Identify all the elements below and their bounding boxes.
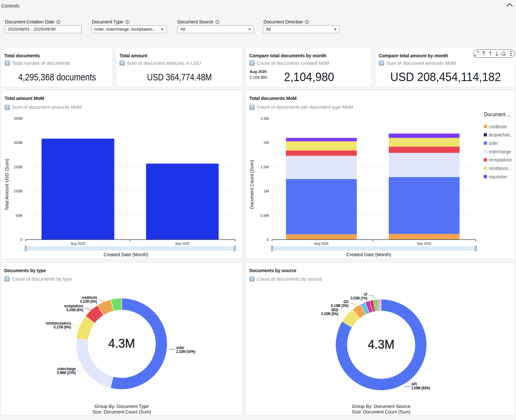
svg-text:Size: Document Count (Sum): Size: Document Count (Sum) [92,409,151,414]
svg-text:requisition: requisition [489,174,507,179]
svg-text:0.14M (3%): 0.14M (3%) [331,303,349,308]
svg-text:Document Count (Sum): Document Count (Sum) [249,160,254,209]
svg-text:Group By: Document Source: Group By: Document Source [352,403,411,409]
svg-text:0.5M: 0.5M [260,214,269,217]
svg-text:receiptadvice: receiptadvice [489,157,512,162]
svg-text:4.3M: 4.3M [108,336,135,350]
svg-text:2.32M (54%): 2.32M (54%) [176,349,196,354]
svg-text:2,104,980: 2,104,980 [250,75,267,80]
svg-text:0.24M (6%): 0.24M (6%) [67,308,84,312]
svg-text:despatchad...: despatchad... [489,132,513,137]
svg-text:USD 208,454,114,182: USD 208,454,114,182 [390,70,501,84]
svg-text:0.24M (5%): 0.24M (5%) [321,312,338,316]
svg-text:Sep 2025: Sep 2025 [417,242,431,245]
svg-text:3.59M (84%): 3.59M (84%) [411,386,430,390]
svg-text:Aug 2025: Aug 2025 [314,242,329,245]
svg-text:1.5M: 1.5M [260,165,269,169]
svg-text:Size: Document Count (Sum): Size: Document Count (Sum) [352,409,411,414]
svg-text:remittance...: remittance... [489,166,511,171]
svg-text:1M: 1M [264,189,269,193]
svg-text:Group By: Document Type: Group By: Document Type [95,403,149,409]
svg-text:Aug 2025: Aug 2025 [250,70,267,74]
svg-text:Aug 2025: Aug 2025 [71,242,85,245]
svg-text:creditnote: creditnote [489,124,507,129]
svg-text:0: 0 [267,238,269,242]
svg-text:50B: 50B [16,214,23,217]
svg-text:0.22M (5%): 0.22M (5%) [80,299,97,304]
svg-text:200B: 200B [14,141,22,145]
svg-text:order: order [489,141,498,146]
svg-text:250B: 250B [14,117,22,120]
svg-text:4,295,368 documents: 4,295,368 documents [18,72,96,82]
svg-text:0.37M (9%): 0.37M (9%) [54,325,71,329]
svg-text:Document ...: Document ... [484,112,510,117]
svg-text:Total Amount USD (Sum): Total Amount USD (Sum) [4,159,9,211]
svg-text:2M: 2M [264,141,269,145]
svg-text:4.3M: 4.3M [368,337,395,351]
svg-text:2.5M: 2.5M [260,117,269,120]
svg-text:Created Date (Month): Created Date (Month) [103,252,148,257]
svg-text:orderchange: orderchange [489,149,511,154]
svg-text:0.03M (1%): 0.03M (1%) [351,296,367,301]
svg-text:0.98M (23%): 0.98M (23%) [57,371,76,375]
svg-text:USD 364,774.48M: USD 364,774.48M [147,72,212,82]
svg-text:Sep 2025: Sep 2025 [175,242,190,245]
svg-text:2,104,980: 2,104,980 [284,70,334,84]
svg-text:150B: 150B [14,165,22,169]
svg-text:0: 0 [20,238,22,242]
svg-text:100B: 100B [14,189,22,193]
svg-text:Created Date (Month): Created Date (Month) [346,252,391,257]
